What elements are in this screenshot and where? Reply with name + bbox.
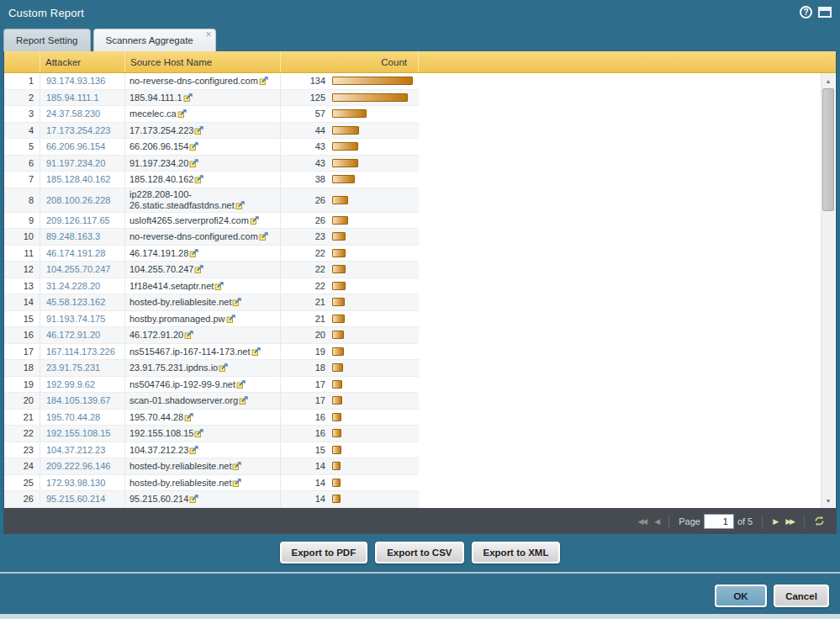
host-link[interactable]: ns515467.ip-167-114-173.net <box>129 347 262 357</box>
attacker-link[interactable]: 45.58.123.162 <box>40 294 125 310</box>
attacker-link[interactable]: 104.255.70.247 <box>40 262 125 278</box>
external-link-icon[interactable] <box>235 200 246 210</box>
host-link[interactable]: 1f18e414.setaptr.net <box>129 281 225 292</box>
host-link[interactable]: hostby.promanaged.pw <box>129 314 236 325</box>
host-link[interactable]: ns504746.ip-192-99-9.net <box>129 379 246 390</box>
host-link[interactable]: no-reverse-dns-configured.com <box>129 231 269 242</box>
attacker-link[interactable]: 192.99.9.62 <box>40 377 125 393</box>
scroll-up-button[interactable]: ▲ <box>822 74 835 87</box>
attacker-link[interactable]: 91.193.74.175 <box>40 311 125 327</box>
host-link[interactable]: scan-01.shadowserver.org <box>129 395 249 406</box>
attacker-link[interactable]: 184.105.139.67 <box>40 393 125 409</box>
external-link-icon[interactable] <box>183 93 193 103</box>
external-link-icon[interactable] <box>214 281 225 291</box>
external-link-icon[interactable] <box>232 478 242 488</box>
attacker-link[interactable]: 185.94.111.1 <box>40 90 125 106</box>
host-link[interactable]: mecelec.ca <box>129 108 188 119</box>
external-link-icon[interactable] <box>194 264 204 274</box>
host-link[interactable]: no-reverse-dns-configured.com <box>129 76 269 87</box>
cancel-button[interactable]: Cancel <box>774 585 829 607</box>
vertical-scrollbar[interactable]: ▲ ▼ <box>821 73 835 508</box>
host-link[interactable]: 185.128.40.162 <box>129 174 204 185</box>
external-link-icon[interactable] <box>194 428 204 438</box>
attacker-link[interactable]: 185.128.40.162 <box>40 172 125 188</box>
attacker-link[interactable]: 195.70.44.28 <box>40 410 125 426</box>
tab-close-icon[interactable]: ✕ <box>205 30 212 39</box>
host-link[interactable]: 195.70.44.28 <box>129 412 194 423</box>
ok-button[interactable]: OK <box>715 585 767 607</box>
attacker-link[interactable]: 104.37.212.23 <box>40 442 125 458</box>
scroll-down-button[interactable]: ▼ <box>822 494 835 507</box>
host-link[interactable]: ip228.208-100-26.static.steadfastdns.net <box>129 189 276 210</box>
external-link-icon[interactable] <box>189 141 199 151</box>
last-page-button[interactable]: ▶▶ <box>781 517 798 526</box>
host-link[interactable]: usloft4265.serverprofi24.com <box>129 215 260 226</box>
external-link-icon[interactable] <box>194 125 204 135</box>
host-link[interactable]: 104.255.70.247 <box>129 264 204 275</box>
external-link-icon[interactable] <box>189 445 199 455</box>
host-link[interactable]: 46.172.91.20 <box>129 330 194 341</box>
export-pdf-button[interactable]: Export to PDF <box>280 542 368 563</box>
external-link-icon[interactable] <box>184 330 194 340</box>
host-link[interactable]: 66.206.96.154 <box>129 141 199 152</box>
external-link-icon[interactable] <box>184 412 194 422</box>
page-number-input[interactable] <box>704 514 734 529</box>
external-link-icon[interactable] <box>189 248 199 258</box>
attacker-link[interactable]: 66.206.96.154 <box>40 139 125 155</box>
host-link[interactable]: 185.94.111.1 <box>129 93 193 103</box>
column-header-count[interactable]: Count <box>281 51 419 72</box>
external-link-icon[interactable] <box>236 379 246 389</box>
column-header-attacker[interactable]: Attacker <box>40 51 125 72</box>
first-page-button[interactable]: ◀◀ <box>633 517 650 526</box>
external-link-icon[interactable] <box>259 231 269 241</box>
external-link-icon[interactable] <box>189 494 199 504</box>
attacker-link[interactable]: 192.155.108.15 <box>40 426 125 442</box>
tab-report-setting[interactable]: Report Setting <box>3 29 91 51</box>
attacker-link[interactable]: 91.197.234.20 <box>40 156 125 172</box>
external-link-icon[interactable] <box>239 395 249 405</box>
next-page-button[interactable]: ▶ <box>769 517 781 526</box>
external-link-icon[interactable] <box>177 108 188 119</box>
attacker-link[interactable]: 17.173.254.223 <box>40 123 125 139</box>
external-link-icon[interactable] <box>259 76 269 86</box>
external-link-icon[interactable] <box>194 174 204 184</box>
attacker-link[interactable]: 31.24.228.20 <box>40 278 125 294</box>
host-link[interactable]: 23.91.75.231.ipdns.io <box>129 362 229 373</box>
attacker-link[interactable]: 209.126.117.65 <box>40 213 125 229</box>
host-link[interactable]: 17.173.254.223 <box>129 125 204 136</box>
maximize-icon[interactable] <box>818 7 832 18</box>
attacker-link[interactable]: 172.93.98.130 <box>40 475 125 491</box>
attacker-link[interactable]: 89.248.163.3 <box>40 229 125 245</box>
host-link[interactable]: 91.197.234.20 <box>129 158 199 169</box>
column-header-source-host-name[interactable]: Source Host Name <box>125 51 281 72</box>
attacker-link[interactable]: 167.114.173.226 <box>40 344 125 360</box>
attacker-link[interactable]: 23.91.75.231 <box>40 360 125 376</box>
attacker-link[interactable]: 46.172.91.20 <box>40 327 125 343</box>
export-xml-button[interactable]: Export to XML <box>472 542 561 563</box>
host-link[interactable]: 95.215.60.214 <box>129 494 199 505</box>
scrollbar-thumb[interactable] <box>822 88 834 211</box>
attacker-link[interactable]: 208.100.26.228 <box>40 188 125 212</box>
help-icon[interactable]: ? <box>800 6 812 19</box>
host-link[interactable]: 104.37.212.23 <box>129 445 199 456</box>
host-link[interactable]: hosted-by.reliablesite.net <box>129 478 242 489</box>
external-link-icon[interactable] <box>251 347 262 357</box>
attacker-link[interactable]: 95.215.60.214 <box>40 491 125 507</box>
host-link[interactable]: 46.174.191.28 <box>129 248 199 259</box>
external-link-icon[interactable] <box>219 362 229 373</box>
host-link[interactable]: hosted-by.reliablesite.net <box>129 297 242 308</box>
external-link-icon[interactable] <box>232 461 242 471</box>
host-link[interactable]: hosted-by.reliablesite.net <box>129 461 242 472</box>
attacker-link[interactable]: 46.174.191.28 <box>40 246 125 262</box>
export-csv-button[interactable]: Export to CSV <box>375 542 463 563</box>
external-link-icon[interactable] <box>226 314 236 324</box>
external-link-icon[interactable] <box>232 297 242 307</box>
external-link-icon[interactable] <box>250 215 260 225</box>
attacker-link[interactable]: 209.222.96.146 <box>40 458 125 474</box>
refresh-icon[interactable] <box>813 515 826 527</box>
attacker-link[interactable]: 93.174.93.136 <box>40 73 125 89</box>
external-link-icon[interactable] <box>189 158 199 168</box>
host-link[interactable]: 192.155.108.15 <box>129 428 204 439</box>
prev-page-button[interactable]: ◀ <box>650 517 663 526</box>
tab-scanners-aggregate[interactable]: Scanners Aggregate ✕ <box>93 29 216 51</box>
